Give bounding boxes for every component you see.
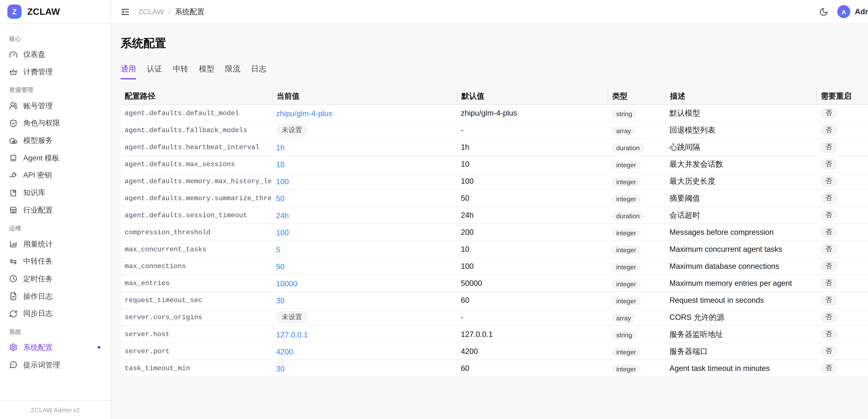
cloud-server-icon xyxy=(9,137,18,145)
config-path: agent.defaults.max_sessions xyxy=(121,160,272,168)
tab-logs[interactable]: 日志 xyxy=(251,64,267,79)
restart-badge: 否 xyxy=(820,141,837,153)
column-header-type: 类型 xyxy=(608,90,665,102)
config-description: 服务器端口 xyxy=(665,346,816,356)
config-table-row: server.port 4200 4200 integer 服务器端口 否 xyxy=(121,343,868,360)
config-description: Maximum memory entries per agent xyxy=(665,279,816,288)
unset-badge: 未设置 xyxy=(276,124,308,137)
current-value-link[interactable]: 30 xyxy=(276,296,284,305)
type-badge: integer xyxy=(612,245,641,254)
sidebar-item-API 密钥[interactable]: API 密钥 xyxy=(7,167,104,184)
current-value-link[interactable]: 10000 xyxy=(276,279,298,288)
file-text-icon xyxy=(9,292,18,301)
sidebar-item-计费管理[interactable]: 计费管理 xyxy=(7,63,104,81)
tab-ratelimit[interactable]: 限流 xyxy=(225,64,240,79)
sidebar-collapse-icon[interactable] xyxy=(121,7,130,16)
default-value: 10 xyxy=(457,245,608,253)
sidebar-item-用量统计[interactable]: 用量统计 xyxy=(7,236,104,253)
config-table-row: max_connections 50 100 integer Maximum d… xyxy=(121,258,868,275)
sidebar-section-label: 资源管理 xyxy=(9,87,101,94)
current-value-link[interactable]: 5 xyxy=(276,245,280,254)
tab-relay[interactable]: 中转 xyxy=(173,64,188,79)
sidebar-item-角色与权限[interactable]: 角色与权限 xyxy=(7,115,104,132)
current-value-cell: 30 xyxy=(272,295,457,305)
type-badge: string xyxy=(612,330,637,339)
dark-mode-toggle-moon-icon[interactable] xyxy=(819,7,828,16)
breadcrumb-current: 系统配置 xyxy=(175,7,205,17)
sidebar-item-操作日志[interactable]: 操作日志 xyxy=(7,288,104,305)
type-badge: duration xyxy=(612,211,644,220)
sidebar-item-知识库[interactable]: 知识库 xyxy=(7,184,104,202)
current-value-link[interactable]: 100 xyxy=(276,228,289,237)
current-value-link[interactable]: 4200 xyxy=(276,347,293,356)
config-table-row: request_timeout_sec 30 60 integer Reques… xyxy=(121,292,868,309)
config-path: agent.defaults.memory.summarize_threshol… xyxy=(121,194,272,202)
default-value: 100 xyxy=(457,177,608,185)
current-value-link[interactable]: 50 xyxy=(276,194,284,203)
current-value-link[interactable]: 50 xyxy=(276,262,284,271)
current-value-cell: 50 xyxy=(272,261,457,271)
sidebar-item-label: Agent 模板 xyxy=(23,153,59,163)
arrows-swap-icon xyxy=(9,257,18,266)
current-value-cell: 127.0.0.1 xyxy=(272,329,457,339)
config-description: 最大历史长度 xyxy=(665,176,816,186)
config-table-row: compression_threshold 100 200 integer Me… xyxy=(121,224,868,241)
restart-badge: 否 xyxy=(820,209,837,221)
column-header-path: 配置路径 xyxy=(121,90,272,102)
breadcrumb-root[interactable]: ZCLAW xyxy=(138,7,164,16)
current-value-cell: 未设置 xyxy=(272,124,457,137)
sidebar-item-系统配置[interactable]: 系统配置 xyxy=(7,339,104,356)
current-value-link[interactable]: 127.0.0.1 xyxy=(276,330,308,339)
sidebar-section-items: 用量统计 中转任务 定时任务 操作日志 同步日志 xyxy=(7,236,104,323)
tab-model[interactable]: 模型 xyxy=(199,64,214,79)
config-path: task_timeout_min xyxy=(121,364,272,372)
current-value-cell: 1h xyxy=(272,142,457,152)
restart-badge: 否 xyxy=(820,362,837,375)
store-icon xyxy=(9,206,18,214)
type-badge: duration xyxy=(612,143,644,152)
sidebar-item-Agent 模板[interactable]: Agent 模板 xyxy=(7,149,104,167)
current-value-link[interactable]: 1h xyxy=(276,143,284,152)
sidebar-item-同步日志[interactable]: 同步日志 xyxy=(7,305,104,323)
sidebar-item-中转任务[interactable]: 中转任务 xyxy=(7,253,104,270)
column-header-current: 当前值 xyxy=(272,90,457,102)
sidebar-footer: ZCLAW Admin v2 xyxy=(0,400,111,419)
page-title: 系统配置 xyxy=(121,36,868,51)
sidebar-item-定时任务[interactable]: 定时任务 xyxy=(7,270,104,288)
type-badge: integer xyxy=(612,279,641,288)
type-badge: integer xyxy=(612,228,641,237)
sidebar-item-label: 行业配置 xyxy=(23,205,53,215)
sidebar: Z ZCLAW 核心 仪表盘 计费管理 资源管理 账号管理 角色与权限 模型服务 xyxy=(0,0,111,419)
bar-chart-icon xyxy=(9,240,18,248)
restart-badge: 否 xyxy=(820,277,837,289)
sidebar-item-提示词管理[interactable]: 提示词管理 xyxy=(7,356,104,374)
config-table-row: agent.defaults.default_model zhipu/glm-4… xyxy=(121,105,868,122)
bot-icon xyxy=(9,154,18,162)
tab-auth[interactable]: 认证 xyxy=(147,64,162,79)
clock-icon xyxy=(9,275,18,283)
user-menu[interactable]: A Admin xyxy=(837,5,868,18)
current-value-link[interactable]: zhipu/glm-4-plus xyxy=(276,109,332,118)
restart-badge: 否 xyxy=(820,311,837,323)
tab-general[interactable]: 通用 xyxy=(121,64,136,79)
sidebar-item-仪表盘[interactable]: 仪表盘 xyxy=(7,46,104,63)
sidebar-item-行业配置[interactable]: 行业配置 xyxy=(7,202,104,219)
restart-badge: 否 xyxy=(820,328,837,340)
current-value-link[interactable]: 100 xyxy=(276,177,289,186)
current-value-link[interactable]: 30 xyxy=(276,364,284,373)
default-value: 127.0.0.1 xyxy=(457,330,608,338)
sidebar-item-label: 系统配置 xyxy=(23,342,53,353)
sidebar-item-账号管理[interactable]: 账号管理 xyxy=(7,97,104,115)
current-value-link[interactable]: 24h xyxy=(276,211,289,220)
sidebar-section-items: 系统配置 提示词管理 xyxy=(7,339,104,373)
current-value-link[interactable]: 10 xyxy=(276,160,284,169)
current-value-cell: zhipu/glm-4-plus xyxy=(272,108,457,118)
sidebar-section-items: 账号管理 角色与权限 模型服务 Agent 模板 API 密钥 知识库 行业配置 xyxy=(7,97,104,219)
current-value-cell: 100 xyxy=(272,227,457,237)
book-marked-icon xyxy=(9,188,18,197)
sidebar-item-模型服务[interactable]: 模型服务 xyxy=(7,132,104,149)
config-table-body: agent.defaults.default_model zhipu/glm-4… xyxy=(121,104,868,377)
brand-logo[interactable]: Z ZCLAW xyxy=(0,0,111,24)
config-description: 默认模型 xyxy=(665,108,816,118)
type-badge: integer xyxy=(612,364,641,373)
